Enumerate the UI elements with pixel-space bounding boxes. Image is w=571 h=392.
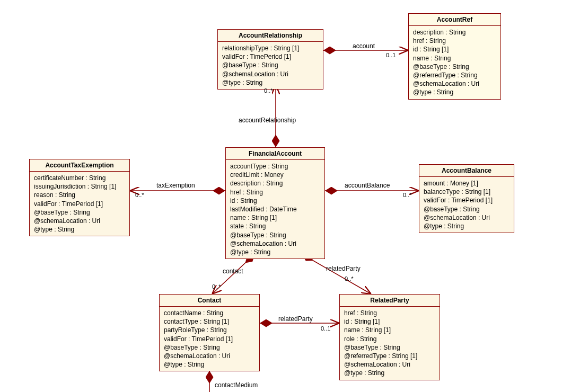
attr: @type : String: [344, 369, 435, 377]
mult-label: 0..*: [212, 283, 221, 290]
attr: id : String [1]: [413, 45, 496, 54]
attr: @type : String: [164, 360, 255, 369]
attr: href : String: [413, 37, 496, 45]
class-contact: Contact contactName : String contactType…: [159, 294, 260, 371]
attr: validFor : TimePeriod [1]: [424, 196, 509, 204]
attr: @baseType : String: [164, 343, 255, 352]
attr: @type : String: [222, 78, 319, 87]
attr: @type : String: [413, 88, 496, 96]
class-attrs: certificateNumber : String issuingJurisd…: [30, 172, 129, 236]
attr: state : String: [230, 222, 320, 230]
assoc-label-contact-relatedparty: relatedParty: [278, 315, 313, 323]
class-attrs: accountType : String creditLimit : Money…: [226, 160, 324, 259]
attr: @type : String: [34, 225, 125, 234]
attr: balanceType : String [1]: [424, 188, 509, 196]
assoc-label-account: account: [353, 42, 375, 50]
attr: amount : Money [1]: [424, 179, 509, 188]
attr: issuingJurisdiction : String [1]: [34, 182, 125, 191]
attr: validFor : TimePeriod [1]: [164, 335, 255, 343]
assoc-label-accountrelationship: accountRelationship: [239, 117, 296, 124]
class-account-relationship: AccountRelationship relationshipType : S…: [217, 29, 323, 90]
attr: accountType : String: [230, 162, 320, 171]
attr: name : String [1]: [344, 326, 435, 334]
attr: description : String: [230, 179, 320, 188]
class-name: AccountRelationship: [218, 30, 323, 42]
class-name: FinancialAccount: [226, 148, 324, 160]
attr: validFor : TimePeriod [1]: [222, 52, 319, 61]
class-attrs: description : String href : String id : …: [409, 26, 500, 99]
attr: name : String [1]: [230, 213, 320, 222]
mult-label: 0..1: [386, 52, 396, 58]
attr: @schemaLocation : Uri: [344, 360, 435, 369]
class-name: AccountRef: [409, 14, 500, 26]
class-name: AccountTaxExemption: [30, 159, 129, 172]
assoc-label-contact: contact: [223, 268, 243, 275]
attr: contactName : String: [164, 309, 255, 317]
assoc-label-accountbalance: accountBalance: [345, 182, 390, 189]
class-attrs: href : String id : String [1] name : Str…: [340, 307, 440, 380]
assoc-label-taxexemption: taxExemption: [156, 182, 195, 189]
class-account-balance: AccountBalance amount : Money [1] balanc…: [419, 164, 514, 233]
attr: @baseType : String: [344, 343, 435, 352]
attr: href : String: [230, 188, 320, 197]
class-attrs: contactName : String contactType : Strin…: [160, 307, 259, 371]
assoc-label-contactmedium: contactMedium: [215, 381, 258, 389]
class-related-party: RelatedParty href : String id : String […: [339, 294, 440, 380]
mult-label: 0..*: [135, 192, 144, 198]
class-name: AccountBalance: [419, 165, 514, 177]
attr: @referredType : String [1]: [344, 352, 435, 360]
attr: @schemaLocation : Uri: [164, 352, 255, 360]
class-financial-account: FinancialAccount accountType : String cr…: [225, 147, 325, 259]
class-attrs: amount : Money [1] balanceType : String …: [419, 177, 514, 233]
class-account-tax-exemption: AccountTaxExemption certificateNumber : …: [29, 159, 130, 236]
attr: @baseType : String: [34, 208, 125, 217]
attr: @type : String: [424, 222, 509, 230]
attr: lastModified : DateTime: [230, 205, 320, 213]
attr: @schemaLocation : Uri: [230, 239, 320, 248]
attr: @type : String: [230, 248, 320, 256]
attr: @schemaLocation : Uri: [413, 79, 496, 88]
attr: creditLimit : Money: [230, 171, 320, 179]
attr: relationshipType : String [1]: [222, 44, 319, 52]
attr: partyRoleType : String: [164, 326, 255, 334]
mult-label: 0..*: [345, 275, 354, 282]
attr: certificateNumber : String: [34, 174, 125, 182]
attr: id : String [1]: [344, 317, 435, 326]
attr: @baseType : String: [222, 61, 319, 69]
assoc-label-relatedparty: relatedParty: [326, 265, 361, 272]
mult-label: 0..*: [403, 192, 412, 198]
attr: description : String: [413, 28, 496, 37]
class-account-ref: AccountRef description : String href : S…: [408, 13, 501, 100]
attr: reason : String: [34, 191, 125, 199]
attr: @schemaLocation : Uri: [424, 213, 509, 222]
mult-label: 0..*: [264, 87, 273, 94]
class-name: Contact: [160, 295, 259, 307]
attr: @schemaLocation : Uri: [222, 70, 319, 78]
mult-label: 0..1: [321, 325, 330, 332]
attr: @baseType : String: [424, 205, 509, 213]
class-name: RelatedParty: [340, 295, 440, 307]
class-attrs: relationshipType : String [1] validFor :…: [218, 42, 323, 89]
attr: @baseType : String: [230, 231, 320, 239]
svg-line-5: [302, 254, 371, 294]
attr: @referredType : String: [413, 71, 496, 79]
attr: @baseType : String: [413, 63, 496, 71]
attr: id : String: [230, 197, 320, 205]
attr: name : String: [413, 54, 496, 63]
attr: contactType : String [1]: [164, 317, 255, 326]
attr: @schemaLocation : Uri: [34, 217, 125, 225]
attr: role : String: [344, 335, 435, 343]
attr: validFor : TimePeriod [1]: [34, 200, 125, 208]
attr: href : String: [344, 309, 435, 317]
